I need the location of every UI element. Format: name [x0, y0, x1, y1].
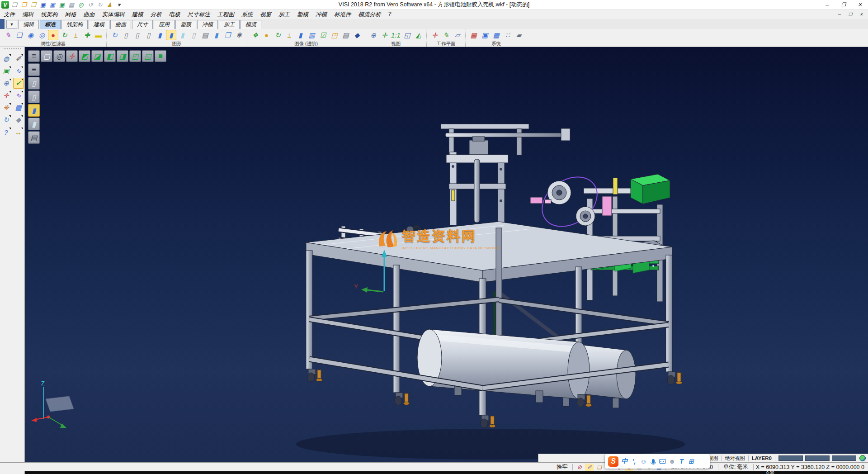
menu-item[interactable]: 工程图	[214, 11, 238, 19]
menu-item[interactable]: 网格	[61, 11, 80, 19]
fit-view-tool[interactable]: ▣	[1, 66, 12, 76]
attribute-copy-icon[interactable]: ❏	[14, 30, 24, 40]
workplane-create-icon[interactable]: ✛	[429, 30, 440, 40]
dashed-hidden-cylinder-icon[interactable]: ▯	[143, 30, 154, 40]
wire-cylinder-icon[interactable]: ▤	[340, 30, 351, 40]
viewport-3d[interactable]: Z Y Z ≡▢◎✛◩◪◧◨◰◱■ ≡▯▯▮▮▤ 智造资料网 INTEL	[25, 47, 868, 462]
striped-cylinder-icon[interactable]: ▥	[307, 30, 317, 40]
menu-item[interactable]: 分析	[147, 11, 165, 19]
new-file-icon[interactable]: ❏	[10, 1, 19, 9]
ime-lang-chinese[interactable]: 中	[621, 457, 628, 466]
view-shaded-icon[interactable]: ■	[155, 50, 166, 62]
clamp-icon[interactable]: ♟	[105, 1, 113, 9]
ribbon-tab[interactable]: 尺寸	[132, 20, 153, 29]
view-iso-2-icon[interactable]: ◱	[142, 50, 154, 62]
ribbon-tab[interactable]: 编辑	[18, 20, 39, 29]
system-monitor-icon[interactable]: ▣	[480, 30, 490, 40]
ghost-cylinder-icon[interactable]: ▯	[189, 30, 199, 40]
attribute-change-icon[interactable]: ✎	[3, 30, 13, 40]
ribbon-tab[interactable]: 曲面	[110, 20, 131, 29]
open-file-icon[interactable]: ❒	[20, 1, 28, 9]
attributes-brush-tool[interactable]: ❈	[1, 102, 12, 113]
ime-toolbox-icon[interactable]: ⊞	[688, 457, 694, 466]
render-shaded-icon[interactable]: ▮	[28, 104, 40, 117]
curve-edit-tool[interactable]: ∿	[13, 90, 24, 101]
menu-item[interactable]: 加工	[275, 11, 293, 19]
view-top-icon[interactable]: ◩	[79, 50, 90, 62]
pick-wand-icon[interactable]: ✐	[585, 464, 594, 471]
ribbon-tab[interactable]: 加工	[219, 20, 240, 29]
layer-color-swatch[interactable]	[832, 455, 856, 461]
advanced-add-icon[interactable]: ❖	[250, 30, 260, 40]
menu-item[interactable]: 编辑	[19, 11, 37, 19]
layer-color-swatch[interactable]	[805, 455, 830, 461]
solid-cylinder-icon[interactable]: ▮	[295, 30, 306, 40]
zoom-extents-icon[interactable]: ✛	[379, 30, 390, 40]
maximize-button[interactable]: ❐	[835, 0, 852, 9]
sketch-curve-tool[interactable]: ∿	[13, 66, 24, 76]
filter-remove-icon[interactable]: ▬	[93, 30, 104, 40]
ribbon-tab[interactable]: 模流	[241, 20, 261, 29]
view-iso-1-icon[interactable]: ◰	[129, 50, 141, 62]
erase-tool[interactable]: ✐	[13, 53, 24, 64]
workplane-align-icon[interactable]: ▱	[452, 30, 462, 40]
lock-toggle[interactable]: 拴牢	[554, 463, 570, 471]
system-plane-icon[interactable]: ▰	[514, 30, 524, 40]
redo-icon[interactable]: ↻	[96, 1, 104, 9]
wireframe-cylinder-icon[interactable]: ▯	[121, 30, 131, 40]
render-wireframe-icon[interactable]: ▯	[28, 77, 40, 90]
hidden-line-cylinder-icon[interactable]: ▯	[132, 30, 142, 40]
menu-item[interactable]: 模流分析	[355, 11, 385, 19]
shade-selected-icon[interactable]: ▮	[211, 30, 222, 40]
preview-icon[interactable]: ◎	[77, 1, 85, 9]
fit-all-icon[interactable]: ▢	[41, 50, 52, 62]
import-file-icon[interactable]: ❒	[29, 1, 38, 9]
confirm-tool[interactable]: ✔	[13, 78, 24, 89]
filter-toggle-icon[interactable]: ±	[71, 30, 81, 40]
ribbon-dropdown-button[interactable]: ▼	[6, 20, 17, 28]
menu-item[interactable]: 曲面	[80, 11, 99, 19]
view-left-icon[interactable]: ◧	[104, 50, 116, 62]
mdi-close-button[interactable]: ✕	[856, 11, 866, 18]
filter-refresh-icon[interactable]: ↻	[59, 30, 70, 40]
ime-mic-icon[interactable]	[650, 457, 656, 466]
filter-add-icon[interactable]: ✚	[82, 30, 92, 40]
redraw-icon[interactable]: ↻	[109, 30, 120, 40]
ime-emoji-icon[interactable]: ☺	[640, 457, 647, 466]
menu-item[interactable]: 标准件	[330, 11, 355, 19]
save-as-icon[interactable]: ▣	[48, 1, 57, 9]
ime-keyboard-icon[interactable]	[659, 457, 666, 466]
verify-cylinder-icon[interactable]: ☑	[318, 30, 328, 40]
advanced-traffic-icon[interactable]: ●	[261, 30, 272, 40]
ime-skin-icon[interactable]: ☻	[669, 457, 675, 466]
layer-color-swatch[interactable]	[778, 455, 803, 461]
window-tool[interactable]: ▦	[13, 102, 24, 113]
ribbon-tab[interactable]: 塑膜	[175, 20, 196, 29]
zoom-in-icon[interactable]: ⊕	[368, 30, 378, 40]
sheet-cylinder-icon[interactable]: ◳	[329, 30, 340, 40]
render-ghost-icon[interactable]: ▮	[28, 118, 40, 130]
snap-disable-icon[interactable]: ⊘	[575, 464, 584, 471]
filter-traffic-light-icon[interactable]: ●	[48, 30, 58, 40]
measure-tool[interactable]: ↔	[13, 127, 24, 137]
close-button[interactable]: ✕	[852, 0, 868, 9]
menu-item[interactable]: 系统	[238, 11, 256, 19]
menu-item[interactable]: 电极	[165, 11, 184, 19]
mesh-cylinder-icon[interactable]: ▤	[200, 30, 210, 40]
refresh-tool[interactable]: ↻	[1, 114, 12, 125]
ribbon-tab[interactable]: 标准	[40, 20, 61, 29]
menu-item[interactable]: 视窗	[256, 11, 275, 19]
undo-icon[interactable]: ↺	[86, 1, 94, 9]
zoom-dynamic-tool[interactable]: ⊕	[1, 78, 12, 89]
menu-item[interactable]: 文件	[0, 11, 19, 19]
ribbon-tab[interactable]: 冲模	[197, 20, 218, 29]
active-layer-label[interactable]: LAYER0	[752, 455, 772, 461]
menu-item[interactable]: 冲模	[312, 11, 330, 19]
axes-view-icon[interactable]: ✛	[66, 50, 78, 62]
solid-view-tool[interactable]: ◆	[13, 114, 24, 125]
zoom-previous-tool[interactable]: ◍	[1, 53, 12, 64]
print-icon[interactable]: ▤	[67, 1, 75, 9]
system-snap-icon[interactable]: ∷	[502, 30, 513, 40]
filter-show-icon[interactable]: ◉	[25, 30, 36, 40]
globe-icon[interactable]	[859, 455, 866, 461]
